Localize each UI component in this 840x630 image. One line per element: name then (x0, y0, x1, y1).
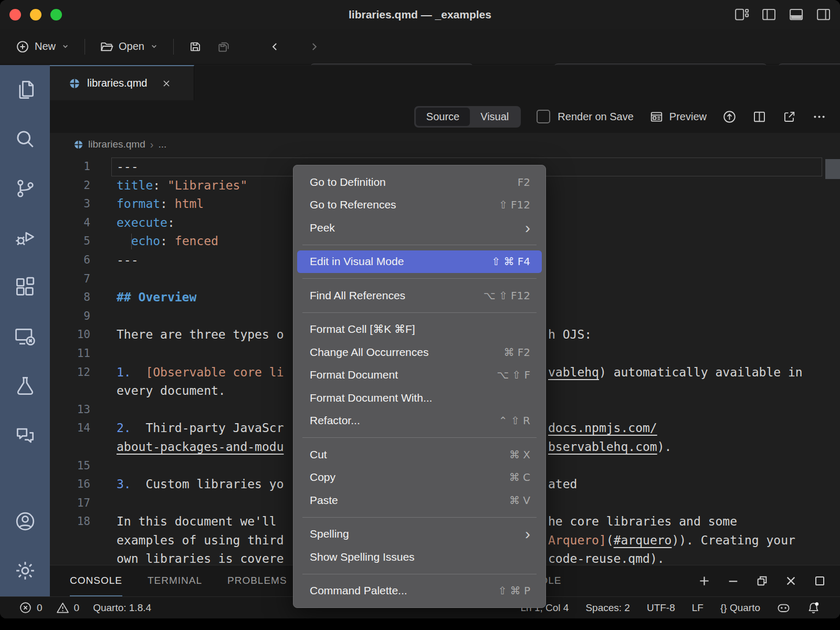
code-token: "Libraries" (167, 178, 247, 192)
activity-item-files-explorer[interactable] (0, 65, 50, 114)
visual-mode-button[interactable]: Visual (470, 108, 519, 126)
menu-item-cut[interactable]: Cut⌘ X (297, 443, 542, 466)
window-title: libraries.qmd — _examples (0, 8, 840, 21)
menu-item-copy[interactable]: Copy⌘ C (297, 466, 542, 489)
status-item-bell-notification[interactable] (807, 601, 820, 614)
line-number: 10 (50, 326, 90, 344)
split-editor-icon[interactable] (752, 110, 766, 124)
activity-item-comments[interactable] (0, 411, 50, 460)
open-label: Open (119, 40, 144, 52)
copilot-icon (777, 601, 790, 614)
panel-tab-console[interactable]: CONSOLE (70, 565, 122, 596)
source-mode-button[interactable]: Source (416, 108, 470, 126)
publish-icon[interactable] (722, 110, 737, 124)
menu-item-command-palette[interactable]: Command Palette...⇧ ⌘ P (297, 580, 542, 603)
plus-icon[interactable] (698, 574, 711, 587)
close-tab-icon[interactable] (161, 78, 172, 89)
layout-sidebar-icon[interactable] (761, 7, 777, 23)
status-item-text: LF (692, 602, 704, 614)
code-token: about-packages-and-modu (117, 440, 284, 454)
warning-count-icon (56, 601, 69, 614)
line-number (50, 438, 90, 457)
code-token: Arquero] (548, 533, 606, 547)
layout-controls (734, 0, 832, 29)
restore-icon[interactable] (755, 574, 769, 587)
chevron-right-icon (308, 41, 320, 52)
activity-item-account[interactable] (0, 497, 50, 546)
breadcrumb-symbol[interactable]: ... (158, 139, 166, 150)
menu-item-peek[interactable]: Peek› (297, 216, 542, 239)
activity-item-search[interactable] (0, 114, 50, 164)
menu-item-format-document-with[interactable]: Format Document With... (297, 386, 542, 410)
menu-item-spelling[interactable]: Spelling› (297, 523, 542, 546)
close-icon[interactable] (784, 574, 797, 587)
status-item[interactable]: {} Quarto (720, 602, 760, 614)
activity-item-testing-beaker[interactable] (0, 361, 50, 411)
menu-item-show-spelling-issues[interactable]: Show Spelling Issues (297, 545, 542, 569)
minimize-icon[interactable] (727, 574, 740, 587)
minimize-window-button[interactable] (30, 9, 41, 20)
save-button[interactable] (183, 35, 207, 59)
activity-item-source-control[interactable] (0, 164, 50, 213)
menu-item-format-document[interactable]: Format Document⌥ ⇧ F (297, 364, 542, 387)
menu-item-shortcut: ⌘ X (509, 448, 530, 461)
menu-divider (302, 245, 537, 245)
maximize-icon[interactable] (813, 574, 826, 587)
layout-secondary-sidebar-icon[interactable] (816, 7, 832, 23)
status-item[interactable]: Quarto: 1.8.4 (93, 602, 151, 614)
open-button[interactable]: Open (94, 35, 164, 59)
code-token: fenced (175, 234, 218, 248)
activity-item-run-debug[interactable] (0, 213, 50, 262)
code-token: 3. (117, 477, 131, 491)
tab-libraries-qmd[interactable]: libraries.qmd (50, 65, 194, 100)
menu-item-label: Format Document With... (310, 392, 432, 404)
save-all-button[interactable] (212, 35, 236, 59)
layout-customize-icon[interactable] (734, 7, 750, 23)
menu-item-find-all-references[interactable]: Find All References⌥ ⇧ F12 (297, 284, 542, 307)
status-item-warning-count[interactable]: 0 (56, 601, 80, 614)
panel-tab-terminal[interactable]: TERMINAL (148, 565, 202, 596)
activity-bar (0, 65, 50, 596)
activity-item-settings-gear[interactable] (0, 546, 50, 595)
back-button[interactable] (264, 35, 286, 59)
code-token: bservablehq.com (548, 440, 657, 454)
status-item-error-count[interactable]: 0 (19, 601, 43, 614)
render-on-save-checkbox[interactable] (537, 110, 550, 123)
menu-item-edit-in-visual-mode[interactable]: Edit in Visual Mode⇧ ⌘ F4 (297, 250, 542, 274)
activity-item-extensions[interactable] (0, 262, 50, 312)
menu-item-change-all-occurrences[interactable]: Change All Occurrences⌘ F2 (297, 341, 542, 364)
code-token: ). (657, 440, 672, 454)
menu-item-go-to-definition[interactable]: Go to DefinitionF2 (297, 171, 542, 194)
preview-button[interactable]: Preview (649, 110, 707, 124)
breadcrumb[interactable]: libraries.qmd › ... (50, 133, 840, 156)
code-token: )). Creating your (671, 533, 795, 547)
run-debug-icon (14, 226, 37, 249)
menu-item-label: Change All Occurrences (310, 346, 428, 359)
status-item[interactable]: LF (692, 602, 704, 614)
menu-item-go-to-references[interactable]: Go to References⇧ F12 (297, 194, 542, 217)
activity-item-console-sessions[interactable] (0, 312, 50, 361)
status-item-text: 0 (74, 602, 80, 614)
line-number (50, 550, 90, 565)
open-in-new-window-icon[interactable] (782, 110, 796, 124)
more-actions-icon[interactable] (812, 110, 826, 124)
new-button[interactable]: New (10, 35, 75, 59)
toolbar-divider (173, 39, 174, 55)
status-item[interactable]: Spaces: 2 (585, 602, 630, 614)
close-window-button[interactable] (9, 9, 21, 20)
panel-tab-problems[interactable]: PROBLEMS (227, 565, 287, 596)
line-number (50, 382, 90, 401)
layout-panel-icon[interactable] (789, 7, 804, 23)
status-item[interactable]: UTF-8 (647, 602, 675, 614)
forward-button[interactable] (303, 35, 325, 59)
menu-item-refactor[interactable]: Refactor...⌃ ⇧ R (297, 410, 542, 433)
breadcrumb-file[interactable]: libraries.qmd (88, 139, 145, 150)
code-token: examples of using third (117, 533, 284, 547)
status-item-copilot[interactable] (777, 601, 790, 614)
settings-gear-icon (14, 559, 37, 582)
menu-item-paste[interactable]: Paste⌘ V (297, 489, 542, 512)
line-number: 8 (50, 288, 90, 307)
zoom-window-button[interactable] (50, 9, 62, 20)
account-icon (14, 510, 37, 533)
menu-item-format-cell-k-f[interactable]: Format Cell [⌘K ⌘F] (297, 318, 542, 341)
